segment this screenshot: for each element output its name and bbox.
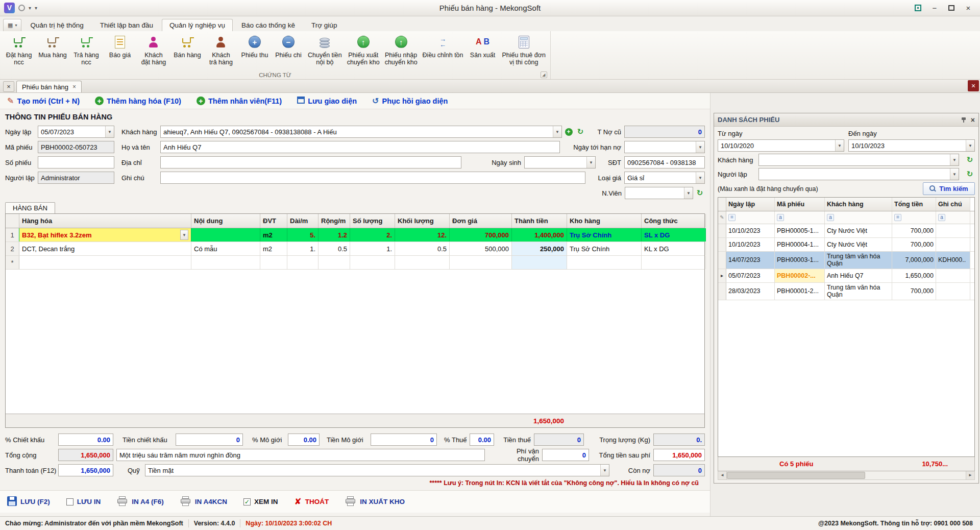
chevron-down-icon[interactable]: ▼	[966, 140, 974, 151]
new-row[interactable]: *	[6, 256, 704, 270]
phi-van-chuyen-input[interactable]: 0	[542, 449, 589, 461]
toolbar-button[interactable]: Đặt hàng ncc	[2, 32, 36, 67]
toolbar-button[interactable]: Trả hàng ncc	[69, 32, 103, 67]
cell[interactable]: 1,400,000	[512, 228, 567, 242]
toolbar-button[interactable]: Bán hàng	[170, 32, 204, 60]
chevron-down-icon[interactable]: ▼	[553, 126, 561, 137]
filter-cell[interactable]: a	[825, 211, 892, 224]
cell[interactable]	[395, 256, 450, 269]
cell[interactable]: Có mẫu	[191, 242, 260, 255]
cell[interactable]	[936, 238, 970, 251]
cell[interactable]	[567, 256, 642, 269]
toolbar-button[interactable]: Chuyển tiền nội bộ	[305, 32, 345, 67]
horizontal-scrollbar[interactable]: ◄ ►	[718, 471, 975, 480]
toolbar-button[interactable]: Khách trả hàng	[204, 32, 238, 67]
list-item[interactable]: ▸05/07/2023PBH00002-...Anh Hiếu Q71,650,…	[718, 269, 974, 283]
amount-in-words-input[interactable]: Một triệu sáu trăm năm mươi nghìn đồng	[116, 449, 485, 461]
cell[interactable]	[19, 256, 191, 269]
column-header[interactable]: Nội dung	[191, 214, 260, 228]
cell[interactable]	[287, 256, 318, 269]
pin-icon[interactable]	[961, 116, 967, 124]
cell[interactable]: 7,000,000	[892, 252, 936, 269]
ribbon-tab[interactable]: Quản trị hệ thống	[22, 19, 91, 31]
dia-chi-input[interactable]	[160, 156, 461, 168]
cell[interactable]: 500,000	[450, 242, 512, 255]
save-layout-link[interactable]: Lưu giao diện	[297, 97, 357, 105]
refresh-icon[interactable]: ↻	[965, 154, 975, 165]
cell[interactable]: 0.5	[395, 242, 450, 255]
cell[interactable]	[450, 256, 512, 269]
ribbon-tab[interactable]: Quản lý nghiệp vụ	[162, 19, 233, 31]
cell[interactable]: SL x DG	[642, 228, 706, 242]
column-header[interactable]: Ngày lập	[726, 198, 775, 211]
con-no-input[interactable]: 0	[653, 464, 705, 476]
restore-layout-link[interactable]: ↺Phục hồi giao diện	[372, 96, 448, 106]
den-ngay-input[interactable]: 10/10/2023▼	[848, 139, 975, 152]
maximize-icon[interactable]	[944, 3, 959, 14]
chevron-down-icon[interactable]: ▼	[180, 230, 188, 240]
print-a4-button[interactable]: IN A4 (F6)	[117, 496, 164, 508]
close-tab-button[interactable]: ×	[3, 81, 14, 92]
cell[interactable]: m2	[260, 242, 287, 255]
cell[interactable]: Trụ Sở Chính	[567, 242, 642, 255]
loai-gia-input[interactable]: Giá sỉ▼	[624, 172, 705, 184]
toolbar-button[interactable]: →←Điều chỉnh tồn	[420, 32, 466, 60]
close-icon[interactable]: ×	[72, 83, 76, 90]
cell[interactable]: Trung tâm văn hóa Quận	[825, 283, 892, 300]
refresh-icon[interactable]: ↻	[965, 168, 975, 180]
tab-hang-ban[interactable]: HÀNG BÁN	[5, 202, 55, 213]
filter-cell[interactable]: a	[936, 211, 970, 224]
cell[interactable]: m2	[260, 228, 287, 242]
ngay-sinh-input[interactable]: ▼	[524, 156, 596, 168]
column-header[interactable]: Tổng tiền	[892, 198, 936, 211]
checkbox-icon[interactable]	[66, 498, 74, 505]
tien-mo-gioi-input[interactable]: 0	[371, 433, 437, 446]
column-header[interactable]: Đơn giá	[450, 214, 512, 228]
column-header[interactable]: Hàng hóa	[19, 214, 191, 228]
toolbar-button[interactable]: +Phiếu thu	[238, 32, 272, 60]
cell[interactable]	[936, 269, 970, 282]
cell[interactable]: 14/07/2023	[726, 252, 775, 269]
cell[interactable]: 1.2	[318, 228, 350, 242]
column-header[interactable]: Thành tiền	[512, 214, 567, 228]
scroll-right-icon[interactable]: ►	[966, 471, 974, 479]
cell[interactable]: 10/10/2023	[726, 224, 775, 237]
search-button[interactable]: Tìm kiếm	[923, 182, 975, 195]
toolbar-button[interactable]: −Phiếu chi	[272, 32, 305, 60]
print-a4kcn-button[interactable]: IN A4KCN	[180, 496, 227, 508]
close-icon[interactable]: ×	[961, 3, 976, 14]
list-item[interactable]: 10/10/2023PBH00005-1...Cty Nước Việt700,…	[718, 224, 974, 238]
column-header[interactable]: Mã phiếu	[775, 198, 825, 211]
cell[interactable]: PBH00005-1...	[775, 224, 825, 237]
thanh-toan-input[interactable]: 1,650,000	[58, 464, 113, 476]
cell[interactable]: 1.	[287, 242, 318, 255]
cell[interactable]: 700,000	[450, 228, 512, 242]
cell[interactable]: 1.	[350, 242, 395, 255]
cell[interactable]: 700,000	[892, 238, 936, 251]
refresh-employee-icon[interactable]: ↻	[695, 187, 705, 199]
cell[interactable]: KDH000..	[936, 252, 970, 269]
tien-thue-input[interactable]: 0	[534, 433, 584, 446]
customize-toolbar-icon[interactable]: ▾	[35, 5, 37, 11]
cell[interactable]: DCT, Decan trắng	[19, 242, 191, 255]
cell[interactable]: 5.	[287, 228, 318, 242]
sale-grid-row[interactable]: 1B32, Bạt hiflex 3.2zem▼m25.1.22.12.700,…	[6, 228, 704, 242]
list-item[interactable]: 14/07/2023PBH00003-1...Trung tâm văn hóa…	[718, 252, 974, 269]
chevron-down-icon[interactable]: ▼	[600, 465, 609, 476]
filter-cell[interactable]: a	[775, 211, 825, 224]
column-header[interactable]: Khối lượng	[395, 214, 450, 228]
exit-button[interactable]: ✘THOÁT	[294, 496, 329, 507]
cell[interactable]: B32, Bạt hiflex 3.2zem▼	[19, 228, 191, 242]
t-no-cu-input[interactable]: 0	[624, 126, 705, 138]
ribbon-tab[interactable]: Báo cáo thống kê	[234, 19, 303, 31]
cell[interactable]	[350, 256, 395, 269]
filter-cell[interactable]: =	[892, 211, 936, 224]
cell[interactable]	[512, 256, 567, 269]
nhan-vien-input[interactable]: ▼	[625, 187, 693, 199]
tab-phieu-ban-hang[interactable]: Phiếu bán hàng ×	[16, 81, 82, 92]
pct-mo-gioi-input[interactable]: 0.00	[288, 433, 320, 446]
cell[interactable]: 12.	[395, 228, 450, 242]
add-employee-link[interactable]: +Thêm nhân viên(F11)	[197, 97, 282, 105]
minimize-icon[interactable]: −	[927, 3, 942, 14]
cell[interactable]: Anh Hiếu Q7	[825, 269, 892, 282]
